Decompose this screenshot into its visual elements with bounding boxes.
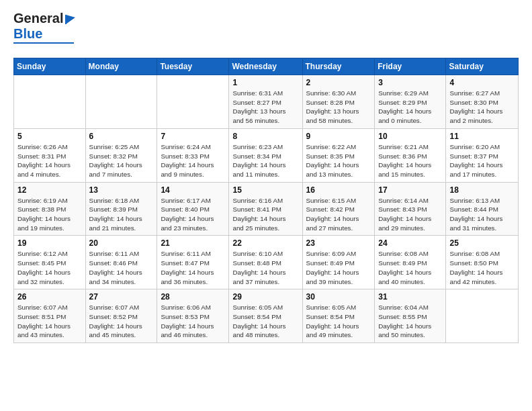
- calendar-cell: 22Sunrise: 6:10 AMSunset: 8:48 PMDayligh…: [229, 236, 302, 289]
- day-number: 12: [17, 185, 82, 195]
- day-info: Sunrise: 6:12 AMSunset: 8:45 PMDaylight:…: [17, 249, 82, 286]
- calendar-cell: 28Sunrise: 6:06 AMSunset: 8:53 PMDayligh…: [157, 289, 229, 343]
- day-info: Sunrise: 6:04 AMSunset: 8:55 PMDaylight:…: [378, 303, 442, 340]
- day-info: Sunrise: 6:05 AMSunset: 8:54 PMDaylight:…: [232, 303, 298, 340]
- day-number: 19: [17, 238, 82, 248]
- day-number: 15: [232, 185, 298, 195]
- day-info: Sunrise: 6:17 AMSunset: 8:40 PMDaylight:…: [161, 196, 225, 233]
- calendar-table: SundayMondayTuesdayWednesdayThursdayFrid…: [13, 58, 519, 343]
- logo-general-text: General: [13, 11, 63, 26]
- day-info: Sunrise: 6:08 AMSunset: 8:50 PMDaylight:…: [449, 249, 515, 286]
- header-friday: Friday: [375, 58, 446, 75]
- logo-container: General Blue: [13, 11, 78, 44]
- calendar-cell: 18Sunrise: 6:13 AMSunset: 8:44 PMDayligh…: [446, 182, 519, 236]
- day-info: Sunrise: 6:11 AMSunset: 8:47 PMDaylight:…: [161, 249, 225, 286]
- day-number: 1: [232, 78, 298, 87]
- day-number: 21: [161, 238, 225, 248]
- calendar-cell: 17Sunrise: 6:14 AMSunset: 8:43 PMDayligh…: [375, 182, 446, 236]
- day-number: 14: [161, 185, 225, 195]
- header-tuesday: Tuesday: [157, 58, 229, 75]
- day-number: 11: [449, 132, 515, 141]
- day-info: Sunrise: 6:30 AMSunset: 8:28 PMDaylight:…: [306, 89, 371, 126]
- calendar-cell: 26Sunrise: 6:07 AMSunset: 8:51 PMDayligh…: [14, 289, 86, 343]
- day-info: Sunrise: 6:31 AMSunset: 8:27 PMDaylight:…: [232, 89, 298, 126]
- page-header: General Blue: [13, 11, 519, 51]
- day-info: Sunrise: 6:18 AMSunset: 8:39 PMDaylight:…: [89, 196, 154, 233]
- calendar-cell: 20Sunrise: 6:11 AMSunset: 8:46 PMDayligh…: [85, 236, 157, 289]
- calendar-week-3: 12Sunrise: 6:19 AMSunset: 8:38 PMDayligh…: [14, 182, 519, 236]
- day-info: Sunrise: 6:27 AMSunset: 8:30 PMDaylight:…: [449, 89, 515, 126]
- calendar-cell: [446, 289, 519, 343]
- header-saturday: Saturday: [446, 58, 519, 75]
- day-number: 16: [306, 185, 371, 195]
- logo-separator: [13, 42, 74, 44]
- day-number: 13: [89, 185, 154, 195]
- day-number: 29: [232, 292, 298, 302]
- day-number: 7: [161, 132, 225, 141]
- calendar-cell: 16Sunrise: 6:15 AMSunset: 8:42 PMDayligh…: [302, 182, 375, 236]
- day-info: Sunrise: 6:26 AMSunset: 8:31 PMDaylight:…: [17, 142, 82, 179]
- day-number: 30: [306, 292, 371, 302]
- calendar-cell: 6Sunrise: 6:25 AMSunset: 8:32 PMDaylight…: [85, 128, 157, 182]
- day-number: 20: [89, 238, 154, 248]
- calendar-cell: 24Sunrise: 6:08 AMSunset: 8:49 PMDayligh…: [375, 236, 446, 289]
- day-info: Sunrise: 6:08 AMSunset: 8:49 PMDaylight:…: [378, 249, 442, 286]
- calendar-week-1: 1Sunrise: 6:31 AMSunset: 8:27 PMDaylight…: [14, 75, 519, 129]
- day-info: Sunrise: 6:07 AMSunset: 8:52 PMDaylight:…: [89, 303, 154, 340]
- day-info: Sunrise: 6:25 AMSunset: 8:32 PMDaylight:…: [89, 142, 154, 179]
- day-number: 31: [378, 292, 442, 302]
- calendar-cell: 3Sunrise: 6:29 AMSunset: 8:29 PMDaylight…: [375, 75, 446, 129]
- day-number: 17: [378, 185, 442, 195]
- day-info: Sunrise: 6:19 AMSunset: 8:38 PMDaylight:…: [17, 196, 82, 233]
- calendar-cell: 27Sunrise: 6:07 AMSunset: 8:52 PMDayligh…: [85, 289, 157, 343]
- day-number: 4: [449, 78, 515, 87]
- day-info: Sunrise: 6:15 AMSunset: 8:42 PMDaylight:…: [306, 196, 371, 233]
- day-number: 24: [378, 238, 442, 248]
- day-info: Sunrise: 6:22 AMSunset: 8:35 PMDaylight:…: [306, 142, 371, 179]
- day-info: Sunrise: 6:16 AMSunset: 8:41 PMDaylight:…: [232, 196, 298, 233]
- day-number: 6: [89, 132, 154, 141]
- calendar-cell: 12Sunrise: 6:19 AMSunset: 8:38 PMDayligh…: [14, 182, 86, 236]
- calendar-cell: 14Sunrise: 6:17 AMSunset: 8:40 PMDayligh…: [157, 182, 229, 236]
- calendar-cell: [85, 75, 157, 129]
- calendar-week-4: 19Sunrise: 6:12 AMSunset: 8:45 PMDayligh…: [14, 236, 519, 289]
- day-info: Sunrise: 6:13 AMSunset: 8:44 PMDaylight:…: [449, 196, 515, 233]
- day-info: Sunrise: 6:14 AMSunset: 8:43 PMDaylight:…: [378, 196, 442, 233]
- calendar-cell: 7Sunrise: 6:24 AMSunset: 8:33 PMDaylight…: [157, 128, 229, 182]
- day-number: 8: [232, 132, 298, 141]
- day-number: 10: [378, 132, 442, 141]
- calendar-cell: 30Sunrise: 6:05 AMSunset: 8:54 PMDayligh…: [302, 289, 375, 343]
- calendar-week-2: 5Sunrise: 6:26 AMSunset: 8:31 PMDaylight…: [14, 128, 519, 182]
- calendar-cell: 5Sunrise: 6:26 AMSunset: 8:31 PMDaylight…: [14, 128, 86, 182]
- calendar-cell: 10Sunrise: 6:21 AMSunset: 8:36 PMDayligh…: [375, 128, 446, 182]
- day-info: Sunrise: 6:21 AMSunset: 8:36 PMDaylight:…: [378, 142, 442, 179]
- calendar-cell: 8Sunrise: 6:23 AMSunset: 8:34 PMDaylight…: [229, 128, 302, 182]
- day-info: Sunrise: 6:11 AMSunset: 8:46 PMDaylight:…: [89, 249, 154, 286]
- logo-blue-text: Blue: [13, 26, 42, 42]
- header-sunday: Sunday: [14, 58, 86, 75]
- day-number: 27: [89, 292, 154, 302]
- logo: General Blue: [13, 11, 87, 51]
- day-info: Sunrise: 6:24 AMSunset: 8:33 PMDaylight:…: [161, 142, 225, 179]
- day-info: Sunrise: 6:09 AMSunset: 8:49 PMDaylight:…: [306, 249, 371, 286]
- calendar-cell: 25Sunrise: 6:08 AMSunset: 8:50 PMDayligh…: [446, 236, 519, 289]
- calendar-cell: 2Sunrise: 6:30 AMSunset: 8:28 PMDaylight…: [302, 75, 375, 129]
- calendar-cell: 13Sunrise: 6:18 AMSunset: 8:39 PMDayligh…: [85, 182, 157, 236]
- calendar-cell: 15Sunrise: 6:16 AMSunset: 8:41 PMDayligh…: [229, 182, 302, 236]
- calendar-cell: 21Sunrise: 6:11 AMSunset: 8:47 PMDayligh…: [157, 236, 229, 289]
- day-info: Sunrise: 6:06 AMSunset: 8:53 PMDaylight:…: [161, 303, 225, 340]
- calendar-cell: 29Sunrise: 6:05 AMSunset: 8:54 PMDayligh…: [229, 289, 302, 343]
- calendar-cell: 4Sunrise: 6:27 AMSunset: 8:30 PMDaylight…: [446, 75, 519, 129]
- calendar-cell: 31Sunrise: 6:04 AMSunset: 8:55 PMDayligh…: [375, 289, 446, 343]
- day-info: Sunrise: 6:23 AMSunset: 8:34 PMDaylight:…: [232, 142, 298, 179]
- day-number: 18: [449, 185, 515, 195]
- calendar-cell: 19Sunrise: 6:12 AMSunset: 8:45 PMDayligh…: [14, 236, 86, 289]
- day-number: 9: [306, 132, 371, 141]
- calendar-header-row: SundayMondayTuesdayWednesdayThursdayFrid…: [14, 58, 519, 75]
- day-info: Sunrise: 6:10 AMSunset: 8:48 PMDaylight:…: [232, 249, 298, 286]
- calendar-cell: [157, 75, 229, 129]
- day-info: Sunrise: 6:20 AMSunset: 8:37 PMDaylight:…: [449, 142, 515, 179]
- day-number: 3: [378, 78, 442, 87]
- calendar-cell: 23Sunrise: 6:09 AMSunset: 8:49 PMDayligh…: [302, 236, 375, 289]
- header-wednesday: Wednesday: [229, 58, 302, 75]
